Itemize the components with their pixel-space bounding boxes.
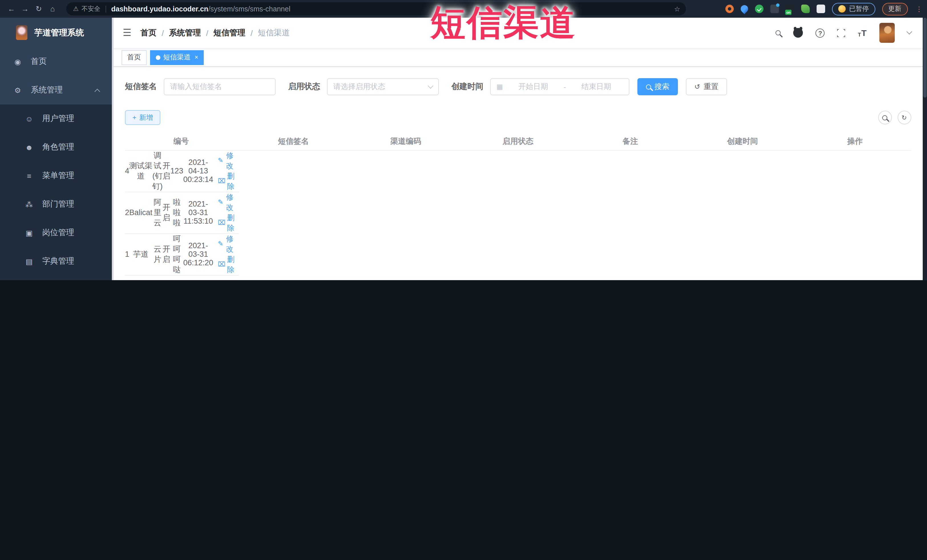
divider	[106, 5, 106, 12]
sidebar-item-home[interactable]: ◉ 首页	[0, 47, 112, 76]
main-area: ☰ 首页 / 系统管理 / 短信管理 / 短信渠道 ? T	[114, 18, 922, 280]
cell-created: 2021-03-31 06:12:20	[183, 233, 213, 275]
edit-link[interactable]: ✎修改	[218, 150, 234, 171]
paused-label: 已暂停	[849, 5, 869, 13]
breadcrumb: 首页 / 系统管理 / 短信管理 / 短信渠道	[141, 28, 290, 38]
app-logo[interactable]: 芋道管理系统	[0, 18, 112, 47]
breadcrumb-home[interactable]: 首页	[141, 28, 157, 38]
hamburger-icon[interactable]: ☰	[123, 27, 132, 39]
col-status: 启用状态	[462, 133, 574, 150]
url-host: dashboard.yudao.iocoder.cn	[111, 5, 208, 13]
window-scrollbar[interactable]	[922, 18, 927, 280]
security-label[interactable]: 不安全	[82, 5, 100, 13]
status-label: 启用状态	[288, 82, 320, 92]
sidebar-item-dict-management[interactable]: ▤ 字典管理	[0, 247, 112, 276]
chevron-icon	[94, 89, 100, 94]
back-icon[interactable]: ←	[5, 5, 18, 12]
search-form: 短信签名 请输入短信签名 启用状态 请选择启用状态 创建时间 ▦ 开始日期 -	[125, 78, 911, 95]
search-icon	[646, 84, 651, 89]
cell-id: 4	[125, 150, 129, 192]
font-size-icon[interactable]: T	[858, 28, 866, 38]
table-row: 1 芋道 云片 开启 呵呵呵哒 2021-03-31 06:12:20 ✎修改 …	[125, 233, 239, 275]
search-button[interactable]: 搜索	[637, 78, 678, 95]
delete-link[interactable]: ⌧删除	[218, 212, 234, 233]
end-date-input[interactable]: 结束日期	[570, 82, 623, 92]
cell-sign: 芋道	[129, 233, 152, 275]
tab-sms-channel[interactable]: 短信渠道 ×	[150, 50, 204, 65]
tab-home[interactable]: 首页	[122, 50, 147, 65]
reload-icon[interactable]: ↻	[32, 5, 46, 12]
url-bar[interactable]: ⚠ 不安全 dashboard.yudao.iocoder.cn/system/…	[66, 2, 686, 15]
extensions-row: on 已暂停 更新 ⋮	[725, 3, 924, 15]
search-icon[interactable]	[776, 30, 781, 35]
extensions-puzzle-icon[interactable]	[817, 5, 825, 13]
close-icon[interactable]: ×	[195, 54, 198, 61]
edit-icon: ✎	[218, 158, 223, 164]
plus-icon: +	[132, 114, 137, 121]
sidebar-item-post-management[interactable]: ▣ 岗位管理	[0, 219, 112, 247]
data-table: 编号 短信签名 渠道编码 启用状态 备注 创建时间 操作 4 测试渠道	[125, 133, 911, 275]
breadcrumb-system[interactable]: 系统管理	[169, 28, 201, 38]
scrollbar-thumb[interactable]	[923, 18, 926, 97]
delete-icon: ⌧	[218, 220, 225, 226]
sidebar-item-system-management[interactable]: ⚙ 系统管理	[0, 76, 112, 105]
date-range-picker[interactable]: ▦ 开始日期 - 结束日期	[490, 78, 629, 95]
app-title: 芋道管理系统	[34, 27, 84, 38]
tab-label: 首页	[127, 53, 141, 62]
reset-icon: ↺	[694, 83, 700, 90]
extension-switch-icon[interactable]: on	[786, 5, 794, 13]
sidebar-item-dept-management[interactable]: ⁂ 部门管理	[0, 190, 112, 219]
paused-extension-badge[interactable]: 已暂停	[832, 3, 875, 15]
dictionary-icon: ▤	[23, 258, 35, 265]
cell-code: 云片	[152, 233, 163, 275]
col-actions: 操作	[799, 133, 911, 150]
create-time-label: 创建时间	[451, 82, 483, 92]
cell-status: 开启	[163, 150, 170, 192]
cell-code: 阿里云	[152, 192, 163, 233]
users-icon: ☻	[23, 144, 35, 151]
tags-view-bar: 首页 短信渠道 ×	[114, 49, 922, 67]
update-button[interactable]: 更新	[882, 3, 907, 15]
sidebar-item-notice-announcement[interactable]: ✉ 通知公告	[0, 276, 112, 280]
fullscreen-icon[interactable]	[837, 29, 845, 37]
add-button[interactable]: + 新增	[125, 110, 160, 125]
help-icon[interactable]: ?	[816, 28, 825, 37]
breadcrumb-separator: /	[251, 28, 253, 37]
page-content: 短信签名 请输入短信签名 启用状态 请选择启用状态 创建时间 ▦ 开始日期 -	[114, 67, 922, 280]
sidebar-item-menu-management[interactable]: ≡ 菜单管理	[0, 161, 112, 190]
forward-icon[interactable]: →	[18, 5, 32, 12]
status-select[interactable]: 请选择启用状态	[327, 78, 439, 95]
avatar[interactable]	[879, 23, 895, 43]
home-icon[interactable]: ⌂	[46, 5, 59, 12]
extension-orange-icon[interactable]	[725, 5, 734, 13]
browser-menu-icon[interactable]: ⋮	[915, 5, 924, 13]
browser-toolbar: ← → ↻ ⌂ ⚠ 不安全 dashboard.yudao.iocoder.cn…	[0, 0, 927, 18]
edit-link[interactable]: ✎修改	[218, 192, 234, 212]
gear-icon: ⚙	[11, 87, 24, 94]
edit-link[interactable]: ✎修改	[218, 234, 234, 254]
sidebar-item-role-management[interactable]: ☻ 角色管理	[0, 133, 112, 161]
cell-created: 2021-04-13 00:23:14	[183, 150, 213, 192]
extension-pin-icon[interactable]	[739, 4, 750, 14]
refresh-button[interactable]: ↻	[897, 111, 911, 124]
extension-sprout-icon[interactable]	[801, 5, 810, 13]
start-date-input[interactable]: 开始日期	[506, 82, 560, 92]
emoji-icon	[838, 5, 846, 12]
sign-input[interactable]: 请输入短信签名	[164, 78, 276, 95]
delete-link[interactable]: ⌧删除	[218, 171, 234, 191]
bookmark-star-icon[interactable]: ☆	[674, 5, 680, 13]
toggle-search-button[interactable]	[878, 111, 892, 124]
breadcrumb-separator: /	[206, 28, 208, 37]
caret-down-icon[interactable]	[906, 29, 912, 35]
extension-check-icon[interactable]	[755, 5, 763, 13]
reset-button[interactable]: ↺ 重置	[686, 78, 727, 95]
breadcrumb-sms[interactable]: 短信管理	[213, 28, 245, 38]
top-navbar: ☰ 首页 / 系统管理 / 短信管理 / 短信渠道 ? T	[114, 18, 922, 49]
sidebar-item-user-management[interactable]: ☺ 用户管理	[0, 105, 112, 133]
github-icon[interactable]	[793, 28, 803, 38]
menu-list-icon: ≡	[23, 172, 35, 179]
delete-link[interactable]: ⌧删除	[218, 254, 234, 275]
extension-grid-icon[interactable]	[770, 5, 779, 13]
cell-code: 调试(钉钉)	[152, 150, 163, 192]
cell-actions: ✎修改 ⌧删除	[213, 192, 239, 233]
